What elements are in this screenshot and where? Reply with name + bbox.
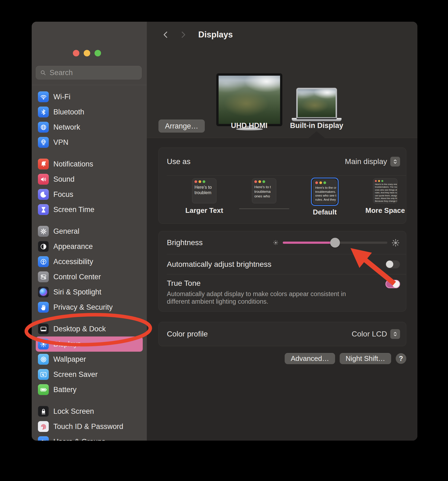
help-button[interactable]: ? [396,353,406,364]
display-thumb-built-in[interactable] [292,88,342,121]
preset-more-space[interactable]: Here's to the crazy onetroublemakers. Th… [359,178,411,215]
brightness-slider[interactable] [283,238,387,248]
preview-text-line: Here's to the crazy one [375,183,397,186]
sidebar-item-sound[interactable]: Sound [36,172,143,187]
color-profile-value: Color LCD [352,330,387,338]
sidebar-item-screen-saver[interactable]: Screen Saver [36,367,143,382]
sidebar-item-siri-spotlight[interactable]: Siri & Spotlight [36,284,143,300]
sidebar-item-general[interactable]: General [36,224,143,239]
preview-text-line: rules. And they have no [375,191,397,194]
sidebar-item-label: Screen Saver [53,370,98,379]
back-button[interactable] [160,29,171,40]
fingerprint-icon [38,421,49,432]
sidebar-item-network[interactable]: Network [36,120,143,135]
preset-default[interactable]: Here's to the crtroublemakers.ones who s… [299,178,350,217]
sidebar-item-label: Displays [53,340,81,348]
search-input[interactable] [49,68,138,77]
sidebar-item-notifications[interactable]: Notifications [36,156,143,172]
mini-traffic-lights [252,179,276,184]
preset-preview-window: Here's to ttroublemaones who [251,178,277,204]
sidebar-item-label: Network [53,123,80,132]
gear-icon [38,226,49,237]
color-profile-dropdown[interactable] [390,329,400,339]
moon-icon [38,189,49,200]
settings-body: Use as Main display Here's totroublemLar… [147,138,417,441]
sidebar-item-wi-fi[interactable]: Wi-Fi [36,89,143,104]
laptop-screen [296,88,337,118]
auto-brightness-toggle[interactable] [385,260,400,268]
sidebar-item-label: Lock Screen [53,407,94,416]
brightness-row: Brightness [159,231,406,254]
sidebar-item-privacy-security[interactable]: Privacy & Security [36,300,143,315]
sidebar-item-label: Sound [53,175,74,184]
forward-button[interactable] [178,29,189,40]
advanced-button[interactable]: Advanced… [285,353,335,364]
chevron-right-icon [179,31,187,39]
zoom-button[interactable] [95,50,101,56]
sidebar-item-bluetooth[interactable]: Bluetooth [36,104,143,120]
sun-icon [38,339,49,349]
sidebar-group-3: GeneralAppearanceAccessibilityControl Ce… [32,224,147,315]
use-as-card: Use as Main display Here's totroublemLar… [158,147,406,224]
lock-icon [38,406,49,417]
preview-text-line: Here's to [194,185,216,190]
toggle-knob [386,261,393,268]
mini-traffic-lights [373,179,397,182]
sidebar-item-vpn[interactable]: VPN [36,135,143,150]
sidebar-item-touch-id-password[interactable]: Touch ID & Password [36,419,143,434]
globe-icon [38,122,49,133]
sidebar-item-label: Screen Time [53,206,95,214]
night-shift-button[interactable]: Night Shift… [340,353,391,364]
slider-fill [283,242,335,244]
auto-brightness-row: Automatically adjust brightness [159,254,406,274]
sidebar-item-displays[interactable]: Displays [36,336,143,352]
brightness-label: Brightness [167,238,203,247]
sidebar-item-accessibility[interactable]: Accessibility [36,254,143,269]
battery-icon [38,384,49,395]
preset-separator-line [239,209,289,209]
display-picker-section: Displays UHD HDMI Built-in Display Arran… [147,22,417,138]
sidebar-group-5: Lock ScreenTouch ID & PasswordUsers & Gr… [32,404,147,441]
preview-text-line: troublemakers. The rou [375,186,397,188]
preset-larger-text[interactable]: Here's totroublemLarger Text [178,178,230,215]
sidebar-group-1: Wi-FiBluetoothNetworkVPN [32,89,147,150]
auto-brightness-label: Automatically adjust brightness [167,260,271,269]
slider-knob[interactable] [330,238,340,248]
bluetooth-icon [38,107,49,117]
sidebar-item-focus[interactable]: Focus [36,187,143,202]
brightness-bright-icon [391,238,400,247]
sidebar-item-appearance[interactable]: Appearance [36,239,143,254]
preview-text-line: ones who see things di [375,189,397,191]
preview-text-line: ones who [254,194,276,198]
preview-text-line: can quote them, disagr [375,194,397,197]
search-field[interactable] [36,66,142,79]
sidebar-item-lock-screen[interactable]: Lock Screen [36,404,143,419]
true-tone-toggle[interactable] [385,280,400,288]
up-down-chevrons-icon [392,158,398,165]
minimize-button[interactable] [84,50,90,56]
sidebar-item-users-groups[interactable]: Users & Groups [36,434,143,441]
close-button[interactable] [73,50,79,56]
system-settings-window: Wi-FiBluetoothNetworkVPNNotificationsSou… [32,22,417,441]
preset-intermediate[interactable]: Here's to ttroublemaones who [238,178,290,209]
sidebar-item-screen-time[interactable]: Screen Time [36,202,143,217]
arrange-button[interactable]: Arrange… [158,120,205,133]
selected-display-notch [309,131,325,138]
sidebar-item-label: General [53,227,79,236]
flower-icon [38,354,49,365]
preview-text-line: Here's to the cr [315,186,336,190]
use-as-dropdown[interactable] [390,157,400,166]
sidebar-item-label: Wallpaper [53,355,86,364]
sidebar-item-control-center[interactable]: Control Center [36,269,143,284]
color-profile-card: Color profile Color LCD [158,322,406,346]
preset-preview-window: Here's to the crtroublemakers.ones who s… [311,178,339,206]
color-profile-row: Color profile Color LCD [159,322,406,346]
toggles-icon [38,271,49,282]
sidebar-item-desktop-dock[interactable]: Desktop & Dock [36,321,143,336]
sidebar-item-wallpaper[interactable]: Wallpaper [36,352,143,367]
page-title: Displays [198,30,233,40]
true-tone-description: Automatically adapt display to make colo… [167,290,356,305]
preview-text-line: troublem [194,190,216,195]
sidebar-item-battery[interactable]: Battery [36,382,143,397]
preview-text-line: Because they change t [375,200,397,203]
